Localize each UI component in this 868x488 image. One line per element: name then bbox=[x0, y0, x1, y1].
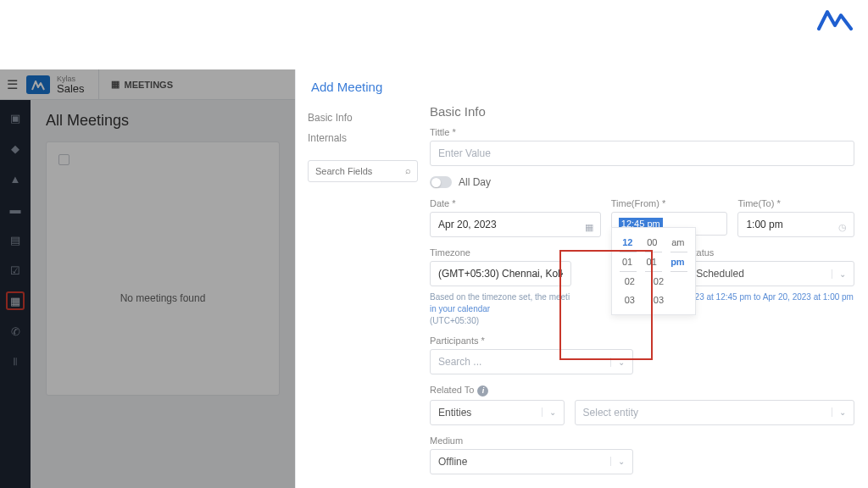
date-input[interactable] bbox=[430, 212, 601, 237]
sidebar-reports-icon[interactable]: ⫴ bbox=[6, 352, 25, 371]
time-to-label: Time(To) * bbox=[737, 198, 854, 208]
allday-label: All Day bbox=[459, 176, 491, 188]
participants-select[interactable]: Search ...⌄ bbox=[430, 349, 633, 374]
panel-title: Add Meeting bbox=[311, 80, 853, 94]
sidebar-company-icon[interactable]: ▬ bbox=[6, 200, 25, 219]
allday-toggle[interactable] bbox=[430, 176, 452, 188]
sidebar-list-icon[interactable]: ▤ bbox=[6, 230, 25, 249]
medium-select[interactable]: Offline⌄ bbox=[430, 449, 633, 474]
sidebar-phone-icon[interactable]: ✆ bbox=[6, 322, 25, 341]
page-title: All Meetings bbox=[46, 112, 280, 130]
brand-product: Sales bbox=[57, 83, 85, 94]
info-icon[interactable]: i bbox=[477, 385, 488, 396]
sidebar-task-icon[interactable]: ☑ bbox=[6, 261, 25, 280]
title-label: Tittle * bbox=[430, 127, 854, 137]
entity-value-select[interactable]: Select entity⌄ bbox=[575, 400, 854, 425]
app-logo-icon bbox=[26, 75, 50, 94]
time-picker-dropdown[interactable]: 1200am 0101pm 0202 0303 bbox=[611, 227, 696, 315]
topbar: ☰ Kylas Sales ▦ MEETINGS bbox=[0, 69, 295, 100]
status-select[interactable]: Scheduled⌄ bbox=[687, 261, 854, 286]
panel-nav-basic[interactable]: Basic Info bbox=[308, 108, 418, 128]
medium-label: Medium bbox=[430, 435, 633, 446]
calendar-icon: ▦ bbox=[111, 79, 120, 90]
sidebar-person-icon[interactable]: ◆ bbox=[6, 139, 25, 158]
timezone-label: Timezone bbox=[430, 247, 571, 258]
select-all-checkbox[interactable] bbox=[58, 154, 70, 165]
date-label: Date * bbox=[430, 198, 601, 208]
entities-select[interactable]: Entities⌄ bbox=[430, 400, 565, 425]
participants-label: Participants * bbox=[430, 336, 633, 346]
sidebar-dashboard-icon[interactable]: ▣ bbox=[6, 108, 25, 127]
search-icon: ⌕ bbox=[405, 165, 411, 175]
hamburger-icon[interactable]: ☰ bbox=[0, 77, 24, 92]
timezone-input[interactable] bbox=[430, 261, 571, 286]
sidebar: ▣ ◆ ▲ ▬ ▤ ☑ ▦ ✆ ⫴ bbox=[0, 100, 31, 488]
meetings-card: No meetings found bbox=[46, 141, 280, 396]
clock-icon: ◷ bbox=[838, 222, 847, 233]
page-breadcrumb[interactable]: ▦ MEETINGS bbox=[98, 69, 185, 100]
add-meeting-panel: Add Meeting Basic Info Internals ⌕ Basic… bbox=[295, 69, 868, 488]
title-input[interactable] bbox=[430, 141, 854, 166]
empty-state: No meetings found bbox=[58, 292, 267, 304]
time-from-label: Time(From) * bbox=[611, 198, 728, 208]
brand-logo bbox=[817, 7, 853, 34]
section-heading: Basic Info bbox=[430, 104, 854, 119]
sidebar-deals-icon[interactable]: ▲ bbox=[6, 169, 25, 188]
calendar-picker-icon[interactable]: ▦ bbox=[585, 222, 593, 233]
sidebar-calendar-icon[interactable]: ▦ bbox=[6, 291, 25, 310]
time-to-input[interactable] bbox=[737, 212, 854, 237]
status-label: Status bbox=[687, 247, 854, 258]
panel-search-input[interactable] bbox=[308, 160, 418, 182]
related-to-label: Related Toi bbox=[430, 385, 854, 396]
panel-nav-internals[interactable]: Internals bbox=[308, 128, 418, 148]
